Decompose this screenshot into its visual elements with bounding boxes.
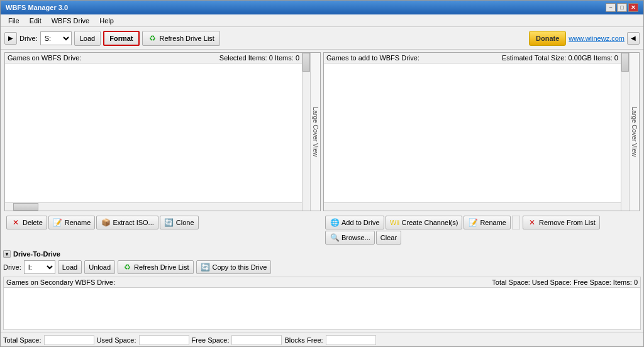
blocks-free-label: Blocks Free:	[284, 336, 323, 344]
add-drive-icon: 🌐	[330, 218, 340, 228]
dtd-pane-content	[4, 288, 640, 329]
clear-button[interactable]: Clear	[376, 231, 401, 245]
total-space-label: Total Space:	[3, 336, 42, 344]
load-button[interactable]: Load	[74, 31, 101, 46]
dtd-header: ▼ Drive-To-Drive	[3, 250, 641, 258]
left-pane-hscroll[interactable]	[5, 202, 302, 211]
close-button[interactable]: ✕	[628, 3, 638, 12]
right-pane: Games to add to WBFS Drive: Estimated To…	[323, 52, 640, 211]
dtd-copy-button[interactable]: 🔄 Copy to this Drive	[196, 260, 272, 274]
dtd-copy-icon: 🔄	[201, 262, 211, 272]
left-pane-sidebar-label: Large Cover View	[310, 53, 320, 211]
free-space-label: Free Space:	[192, 336, 230, 344]
browse-icon: 🔍	[330, 233, 340, 243]
left-pane-header: Games on WBFS Drive: Selected Items: 0 I…	[5, 53, 302, 63]
format-button[interactable]: Format	[103, 31, 139, 46]
remove-icon: ✕	[527, 218, 537, 228]
dtd-pane-status: Total Space: Used Space: Free Space: Ite…	[492, 278, 638, 286]
rename-left-icon: 📝	[53, 218, 63, 228]
donate-button[interactable]: Donate	[529, 31, 566, 46]
dtd-toolbar: Drive: I: Load Unload ♻ Refresh Drive Li…	[3, 260, 641, 274]
clone-icon: 🔄	[164, 218, 174, 228]
refresh-icon: ♻	[148, 33, 158, 43]
dtd-refresh-button[interactable]: ♻ Refresh Drive List	[118, 260, 193, 274]
title-bar: WBFS Manager 3.0 – □ ✕	[1, 1, 643, 14]
left-action-bar: ✕ Delete 📝 Rename 📦 Extract ISO... 🔄 Clo…	[4, 214, 321, 231]
right-pane-content	[324, 63, 621, 202]
right-pane-status: Estimated Total Size: 0.00GB Items: 0	[502, 54, 618, 62]
total-space-value[interactable]	[44, 335, 94, 345]
drive-select[interactable]: S:	[40, 31, 72, 45]
rename-button-right[interactable]: 📝 Rename	[464, 216, 511, 229]
right-action-bar: 🌐 Add to Drive Wii Create Channel(s) 📝 R…	[323, 214, 640, 246]
drive-label: Drive:	[19, 35, 38, 42]
remove-from-list-button[interactable]: ✕ Remove From List	[523, 216, 600, 229]
left-vscroll-thumb[interactable]	[303, 53, 310, 72]
drive-to-drive-section: ▼ Drive-To-Drive Drive: I: Load Unload ♻…	[1, 248, 643, 333]
maximize-button[interactable]: □	[617, 3, 627, 12]
left-pane-title: Games on WBFS Drive:	[8, 54, 81, 62]
dtd-pane-header: Games on Secondary WBFS Drive: Total Spa…	[4, 277, 640, 288]
menu-help[interactable]: Help	[94, 16, 119, 26]
dtd-load-button[interactable]: Load	[58, 260, 82, 274]
dtd-unload-button[interactable]: Unload	[84, 260, 115, 274]
rename-button-left[interactable]: 📝 Rename	[48, 216, 96, 229]
create-channels-icon: Wii	[390, 218, 400, 228]
right-pane-hscroll[interactable]	[324, 202, 621, 211]
menu-wbfs-drive[interactable]: WBFS Drive	[47, 16, 95, 26]
dtd-pane: Games on Secondary WBFS Drive: Total Spa…	[3, 277, 641, 330]
left-pane-content	[5, 63, 302, 202]
right-pane-title: Games to add to WBFS Drive:	[326, 54, 419, 62]
window-controls: – □ ✕	[606, 3, 638, 12]
minimize-button[interactable]: –	[606, 3, 616, 12]
status-bar: Total Space: Used Space: Free Space: Blo…	[1, 333, 643, 346]
clone-button[interactable]: 🔄 Clone	[160, 216, 199, 229]
nav-arrow-left[interactable]: ▶	[4, 32, 17, 45]
right-pane-vscroll[interactable]	[621, 53, 629, 211]
rename-right-icon: 📝	[468, 218, 478, 228]
dtd-collapse-button[interactable]: ▼	[3, 250, 11, 258]
left-pane: Games on WBFS Drive: Selected Items: 0 I…	[4, 52, 321, 211]
top-panes-container: Games on WBFS Drive: Selected Items: 0 I…	[1, 50, 643, 214]
nav-arrow-right[interactable]: ◀	[627, 32, 640, 45]
extract-iso-button[interactable]: 📦 Extract ISO...	[96, 216, 158, 229]
right-pane-header: Games to add to WBFS Drive: Estimated To…	[324, 53, 621, 63]
left-hscroll-thumb[interactable]	[13, 203, 38, 211]
delete-icon: ✕	[11, 218, 21, 228]
dtd-title: Drive-To-Drive	[13, 250, 60, 258]
menu-file[interactable]: File	[3, 16, 25, 26]
delete-button[interactable]: ✕ Delete	[6, 216, 47, 229]
right-pane-inner: Games to add to WBFS Drive: Estimated To…	[324, 53, 621, 211]
free-space-value[interactable]	[231, 335, 282, 345]
refresh-drive-list-button[interactable]: ♻ Refresh Drive List	[142, 31, 220, 46]
menu-edit[interactable]: Edit	[25, 16, 47, 26]
create-channels-button[interactable]: Wii Create Channel(s)	[386, 216, 463, 229]
dtd-refresh-icon: ♻	[122, 262, 132, 272]
dtd-drive-label: Drive:	[3, 263, 21, 271]
right-vscroll-thumb[interactable]	[621, 53, 629, 72]
menu-bar: File Edit WBFS Drive Help	[1, 14, 643, 27]
left-pane-status: Selected Items: 0 Items: 0	[219, 54, 299, 62]
action-bars-container: ✕ Delete 📝 Rename 📦 Extract ISO... 🔄 Clo…	[1, 214, 643, 248]
main-window: WBFS Manager 3.0 – □ ✕ File Edit WBFS Dr…	[0, 0, 644, 347]
right-pane-sidebar-label: Large Cover View	[629, 53, 639, 211]
blocks-free-value[interactable]	[326, 335, 376, 345]
add-to-drive-button[interactable]: 🌐 Add to Drive	[325, 216, 384, 229]
dtd-pane-title: Games on Secondary WBFS Drive:	[6, 278, 115, 286]
window-title: WBFS Manager 3.0	[6, 4, 68, 11]
left-pane-vscroll[interactable]	[302, 53, 310, 211]
extract-icon: 📦	[101, 218, 111, 228]
website-link[interactable]: www.wiinewz.com	[569, 35, 625, 42]
dtd-drive-select[interactable]: I:	[24, 260, 55, 274]
toolbar: ▶ Drive: S: Load Format ♻ Refresh Drive …	[1, 27, 643, 50]
left-pane-inner: Games on WBFS Drive: Selected Items: 0 I…	[5, 53, 302, 211]
main-content: Games on WBFS Drive: Selected Items: 0 I…	[1, 50, 643, 346]
used-space-label: Used Space:	[97, 336, 136, 344]
used-space-value[interactable]	[139, 335, 189, 345]
right-scrollbar[interactable]	[512, 216, 520, 229]
browse-button[interactable]: 🔍 Browse...	[325, 231, 375, 245]
